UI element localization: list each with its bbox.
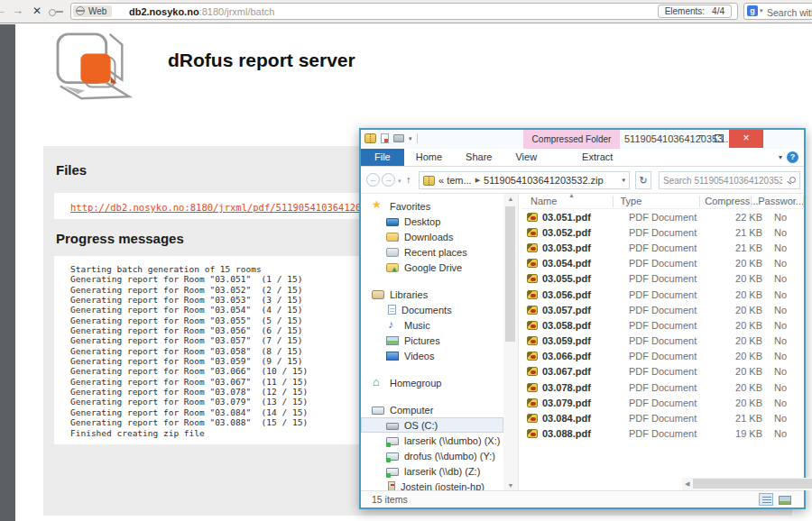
thumbnail-view-toggle-icon[interactable] xyxy=(777,493,791,506)
qat-caret-icon[interactable]: ▾ xyxy=(409,135,412,142)
web-badge: Web xyxy=(73,5,112,17)
file-row-03.052.pdf[interactable]: 03.052.pdfPDF Document21 KBNo xyxy=(521,224,804,240)
explorer-back-icon[interactable]: ← xyxy=(366,173,380,187)
help-icon[interactable]: ? xyxy=(787,151,798,163)
collapse-ribbon-icon[interactable]: ▾ xyxy=(779,153,782,161)
breadcrumb-prefix[interactable]: « tem... xyxy=(438,175,472,186)
nav-item-favorites[interactable]: Favorites xyxy=(361,198,503,214)
file-row-03.067.pdf[interactable]: 03.067.pdfPDF Document20 KBNo xyxy=(521,364,804,379)
pane-separator[interactable] xyxy=(518,194,519,490)
horizontal-scrollbar[interactable]: ◀ ▶ xyxy=(682,478,812,490)
column-header-password[interactable]: Passwor... xyxy=(752,194,804,209)
explorer-forward-icon[interactable]: → xyxy=(382,173,395,187)
nav-scrollbar[interactable]: ▲ ▼ xyxy=(503,194,518,490)
libraries-icon xyxy=(372,290,384,299)
file-row-03.055.pdf[interactable]: 03.055.pdfPDF Document20 KBNo xyxy=(521,271,804,287)
file-row-03.066.pdf[interactable]: 03.066.pdfPDF Document20 KBNo xyxy=(521,349,804,364)
file-compressed-size: 20 KB xyxy=(717,305,762,315)
nav-item-libraries[interactable]: Libraries xyxy=(361,287,503,302)
explorer-search-box[interactable] xyxy=(659,171,800,189)
file-compressed-size: 20 KB xyxy=(717,273,762,284)
tab-file[interactable]: File xyxy=(361,149,404,166)
scroll-thumb[interactable] xyxy=(693,479,812,489)
google-icon[interactable]: g xyxy=(747,5,758,16)
minimize-button[interactable] xyxy=(693,130,709,148)
nav-item-downloads[interactable]: Downloads xyxy=(361,229,503,244)
nav-item-pictures[interactable]: Pictures xyxy=(361,333,503,348)
browser-address-bar[interactable]: Web db2.nosyko.no:8180/jrxml/batch Eleme… xyxy=(70,3,738,20)
nav-item-documents[interactable]: Documents xyxy=(361,302,503,317)
file-rows: 03.051.pdfPDF Document22 KBNo03.052.pdfP… xyxy=(521,209,804,442)
nav-item-jostein-jostein-hp[interactable]: Jostein (jostein-hp) xyxy=(361,479,503,490)
new-folder-icon[interactable] xyxy=(393,134,404,142)
file-row-03.079.pdf[interactable]: 03.079.pdfPDF Document20 KBNo xyxy=(521,395,804,410)
nav-item-music[interactable]: Music xyxy=(361,317,503,333)
nav-item-recent-places[interactable]: Recent places xyxy=(361,244,503,260)
scroll-up-icon[interactable]: ▲ xyxy=(503,196,518,202)
history-caret-icon[interactable]: ▾ xyxy=(398,178,401,185)
tab-home[interactable]: Home xyxy=(404,149,454,166)
breadcrumb-caret-icon[interactable]: ▾ xyxy=(622,177,625,184)
details-view-toggle-icon[interactable] xyxy=(759,493,773,506)
refresh-icon[interactable]: ↻ xyxy=(635,171,651,189)
scroll-left-icon[interactable]: ◀ xyxy=(685,478,689,490)
search-icon[interactable] xyxy=(789,177,796,183)
file-compressed-size: 20 KB xyxy=(717,335,762,346)
breadcrumb-zip-name[interactable]: 5119054103641203532.zip xyxy=(484,175,604,186)
tab-share[interactable]: Share xyxy=(454,149,503,166)
file-row-03.059.pdf[interactable]: 03.059.pdfPDF Document20 KBNo xyxy=(521,334,804,349)
column-header-name[interactable]: Name xyxy=(521,194,614,209)
file-password-protected: No xyxy=(762,382,787,393)
tab-extract[interactable]: Extract xyxy=(570,149,624,166)
file-name: 03.054.pdf xyxy=(521,258,623,269)
file-compressed-size: 20 KB xyxy=(717,289,762,300)
maximize-button[interactable] xyxy=(711,130,727,148)
file-row-03.084.pdf[interactable]: 03.084.pdfPDF Document21 KBNo xyxy=(521,410,804,425)
scroll-down-icon[interactable]: ▼ xyxy=(503,482,518,489)
file-type: PDF Document xyxy=(623,382,717,393)
properties-icon[interactable] xyxy=(381,133,389,143)
nav-item-desktop[interactable]: Desktop xyxy=(361,214,503,229)
nav-item-videos[interactable]: Videos xyxy=(361,348,503,363)
scroll-thumb[interactable] xyxy=(505,206,515,342)
file-row-03.057.pdf[interactable]: 03.057.pdfPDF Document20 KBNo xyxy=(521,302,804,317)
browser-forward-icon[interactable]: → xyxy=(12,4,23,17)
nav-item-larserik-db-z[interactable]: larserik (\\db) (Z:) xyxy=(361,463,503,479)
nav-item-computer[interactable]: Computer xyxy=(361,402,503,417)
key-icon[interactable] xyxy=(49,9,63,14)
column-header-compressed-size[interactable]: Compress... xyxy=(700,194,752,209)
search-engine-caret-icon[interactable]: ▾ xyxy=(760,7,763,14)
file-compressed-size: 20 KB xyxy=(717,320,762,331)
file-row-03.053.pdf[interactable]: 03.053.pdfPDF Document21 KBNo xyxy=(521,240,804,255)
nav-item-google-drive[interactable]: Google Drive xyxy=(361,260,503,275)
browser-stop-icon[interactable]: ✕ xyxy=(32,5,42,17)
file-row-03.078.pdf[interactable]: 03.078.pdfPDF Document20 KBNo xyxy=(521,379,804,395)
file-row-03.051.pdf[interactable]: 03.051.pdfPDF Document22 KBNo xyxy=(521,209,804,224)
breadcrumb[interactable]: « tem... ▶ 5119054103641203532.zip ▾ xyxy=(419,171,630,189)
explorer-search-input[interactable] xyxy=(663,173,782,187)
file-row-03.088.pdf[interactable]: 03.088.pdfPDF Document19 KBNo xyxy=(521,426,804,442)
browser-search-field[interactable]: g▾ Search with G xyxy=(743,3,812,20)
file-type: PDF Document xyxy=(623,351,717,361)
url-text[interactable]: db2.nosyko.no:8180/jrxml/batch xyxy=(129,6,274,17)
file-row-03.058.pdf[interactable]: 03.058.pdfPDF Document20 KBNo xyxy=(521,317,804,333)
tab-view[interactable]: View xyxy=(503,149,549,166)
file-row-03.056.pdf[interactable]: 03.056.pdfPDF Document20 KBNo xyxy=(521,287,804,302)
nav-item-homegroup[interactable]: Homegroup xyxy=(361,375,503,390)
nav-item-larserik-dumbo-x[interactable]: larserik (\\dumbo) (X:) xyxy=(361,433,503,448)
file-password-protected: No xyxy=(762,398,787,408)
pdf-file-icon xyxy=(527,321,538,330)
file-name-text: 03.084.pdf xyxy=(542,413,591,424)
column-header-type[interactable]: Type xyxy=(614,194,700,209)
context-tab-compressed-folder-tools[interactable]: Compressed Folder Tools xyxy=(523,130,620,149)
up-folder-icon[interactable]: ↑ xyxy=(406,174,411,185)
file-name: 03.058.pdf xyxy=(521,320,623,331)
explorer-titlebar[interactable]: ▾ Compressed Folder Tools 51190541036412… xyxy=(361,130,804,149)
close-button[interactable]: × xyxy=(729,130,763,148)
nav-item-drofus-dumbo-y[interactable]: drofus (\\dumbo) (Y:) xyxy=(361,448,503,463)
page-title: dRofus report server xyxy=(168,50,355,71)
nav-item-os-c[interactable]: OS (C:) xyxy=(361,417,503,433)
file-row-03.054.pdf[interactable]: 03.054.pdfPDF Document20 KBNo xyxy=(521,256,804,271)
browser-back-icon[interactable]: ← xyxy=(0,4,6,17)
zip-download-link[interactable]: http://db2.nosyko.no:8180/jrxml/pdf/5119… xyxy=(70,202,407,213)
